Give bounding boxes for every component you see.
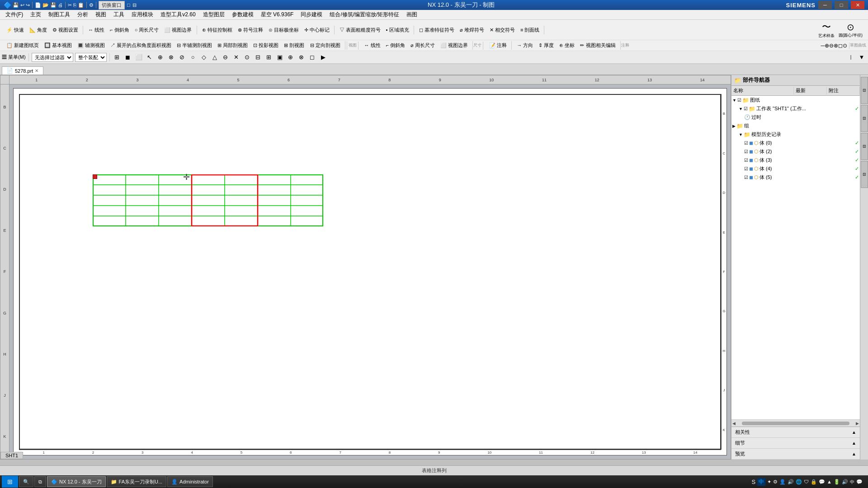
tb-perimeter[interactable]: ○ 周长尺寸 [132,26,162,34]
section-preview[interactable]: 预览 ▲ [731,449,860,460]
far-tab-2[interactable]: ⊟ [861,105,868,132]
tree-body-3[interactable]: ☑ ◼ ⬡ 体 (3) ✓ [731,156,860,164]
snap7-icon[interactable]: ✕ [232,53,241,62]
redo-icon[interactable]: ↪ [26,2,30,8]
h-scroll-thumb[interactable] [742,422,849,425]
taskbar-admin[interactable]: 👤 Administrator [167,476,213,487]
tb-datum-feat[interactable]: ◻ 基准特征符号 [416,26,457,34]
restore-btn[interactable]: □ [835,1,848,9]
tray-volume-icon[interactable]: 🔊 [842,479,848,485]
tree-outdated[interactable]: 🕐 过时 [731,113,860,122]
cb-body3[interactable]: ☑ [744,158,748,163]
menu-modeling[interactable]: 造型工具v2.60 [157,10,199,19]
open-icon[interactable]: 📂 [42,2,49,8]
save-icon[interactable]: 💾 [50,2,57,8]
snap13-icon[interactable]: ⊗ [297,53,306,62]
tree-sht1[interactable]: ▼ ☑ 📁 工作表 "SHT1" (工作... ✓ [731,104,860,113]
tree-body-4[interactable]: ☑ ◼ ⬡ 体 (4) ✓ [731,164,860,173]
snap5-icon[interactable]: △ [210,53,219,62]
tb-section-line[interactable]: ≡ 剖面线 [518,26,542,34]
snap14-icon[interactable]: ◻ [308,53,317,62]
tree-body-5[interactable]: ☑ ◼ ⬡ 体 (5) ✓ [731,173,860,182]
tb-base-view[interactable]: 🔲 基本视图 [42,41,75,50]
cb-body2[interactable]: ☑ [744,149,748,154]
window-switcher-btn[interactable]: 切换窗口 [99,1,125,9]
snap-grid-icon[interactable]: ⊞ [113,53,122,62]
tb-section-view[interactable]: ⊞ 剖视图 [281,41,307,50]
snap-icon[interactable]: ⊕ [156,53,165,62]
canvas-area[interactable]: 1 2 3 4 5 6 7 8 9 10 11 12 13 14 B C D [0,75,731,460]
art-spline-label[interactable]: 艺术样条 [818,33,835,39]
far-tab-1[interactable]: ⊟ [861,77,868,104]
tb-linear[interactable]: ↔ 线性 [85,26,107,34]
tb-expanded-view[interactable]: ↗ 展开的点和角度面积视图 [108,41,174,50]
tb-view-border2[interactable]: ⬜ 视图边界 [438,41,471,50]
cb-body0[interactable]: ☑ [744,141,748,145]
far-tab-3[interactable]: ⊟ [861,133,868,160]
expand-sht1[interactable]: ▼ [739,107,743,111]
tb-perimeter2[interactable]: ⌀ 周长尺寸 [408,41,438,50]
tb-weld[interactable]: ⌀ 堆焊符号 [457,26,487,34]
checkbox-sht1[interactable]: ☑ [744,106,748,111]
tb-proj-view[interactable]: ⊡ 投影视图 [250,41,281,50]
tb-oriented-section[interactable]: ⊟ 定向剖视图 [307,41,343,50]
right-scrollbar[interactable]: ◀ ▶ [731,419,860,427]
snap15-icon[interactable]: ▶ [319,53,328,62]
expand-group[interactable]: ▶ [732,124,736,128]
menu-draw[interactable]: 画图 [403,10,421,19]
tray-notification-icon[interactable]: 💬 [856,479,863,485]
settings-icon[interactable]: ⚙ [89,2,94,8]
menu-drafting[interactable]: 制图工具 [45,10,74,19]
tb-linear2[interactable]: ↔ 线性 [362,41,383,50]
tray-input-icon[interactable]: ✦ [767,479,771,485]
tb-target-coord[interactable]: ⊙ 目标极坐标 [266,26,302,34]
tb-coord[interactable]: ⊕ 坐标 [557,41,577,50]
taskbar-nx[interactable]: 🔷 NX 12.0 - 东吴一刀 [47,476,106,487]
file-tab-active[interactable]: 📄 5278.prt ✕ [2,66,43,75]
tree-model-history[interactable]: ▼ 📁 模型历史记录 [731,130,860,139]
tb-intersect[interactable]: ✕ 相交符号 [487,26,518,34]
filter-menu-label[interactable]: ☰ 菜单(M) [2,54,26,61]
assembly-select[interactable]: 整个装配 [75,53,107,62]
tray-security-icon[interactable]: 🛡 [804,479,809,484]
layout-btn[interactable]: ⊟ [132,2,137,8]
tree-drawings[interactable]: ▼ ☑ 📁 图纸 [731,96,860,104]
tray-lang-icon[interactable]: 中 [757,478,765,486]
tray-network-icon[interactable]: 🌐 [796,479,802,485]
tb-sym-note[interactable]: ⊗ 符号注释 [235,26,266,34]
far-tab-4[interactable]: ⊟ [861,161,868,188]
more-icon[interactable]: ⊘ [178,53,187,62]
scroll-left-btn[interactable]: ◀ [732,421,736,426]
select-rect-icon[interactable]: ⬜ [134,53,143,62]
tree-body-2[interactable]: ☑ ◼ ⬡ 体 (2) ✓ [731,147,860,156]
snap11-icon[interactable]: ▣ [275,53,284,62]
snap2-icon[interactable]: ⊗ [167,53,176,62]
menu-apps[interactable]: 应用模块 [128,10,157,19]
selection-filter-select[interactable]: 无选择过滤器 [32,53,73,62]
tb-feature-ctrl[interactable]: ⊕ 特征控制框 [199,26,235,34]
menu-analysis[interactable]: 分析 [74,10,92,19]
tb-chamfer[interactable]: ⌐ 倒斜角 [107,26,132,34]
taskbar-folder[interactable]: 📁 FA东吴一刀录制U... [107,476,167,487]
tb-new-sheet[interactable]: 📋 新建图纸页 [4,41,42,50]
tb-view-edit[interactable]: ✏ 视图相关编辑 [577,41,618,50]
tray-more-icon[interactable]: ▲ [827,479,832,484]
tb-half-section[interactable]: ⊟ 半辅测剖视图 [174,41,215,50]
tray-wechat-icon[interactable]: 💬 [819,479,825,485]
split-view-btn[interactable]: □ [127,2,130,8]
scroll-right-btn[interactable]: ▶ [856,421,859,426]
start-button[interactable]: ⊞ [2,476,18,488]
menu-home[interactable]: 主页 [27,10,45,19]
tray-users-icon[interactable]: 👤 [779,479,786,485]
table-handle[interactable] [93,174,97,179]
menu-layers[interactable]: 造型图层 [199,10,228,19]
menu-file[interactable]: 文件(F) [2,10,27,19]
close-btn[interactable]: ✕ [851,1,864,9]
snap10-icon[interactable]: ⊞ [264,53,274,62]
quick-save-icon[interactable]: 💾 [13,2,19,8]
checkbox-drawings[interactable]: ☑ [737,98,741,103]
snap8-icon[interactable]: ⊙ [243,53,252,62]
menu-view[interactable]: 视图 [92,10,110,19]
menu-sync[interactable]: 同步建模 [297,10,326,19]
select-all-icon[interactable]: ◼ [123,53,132,62]
